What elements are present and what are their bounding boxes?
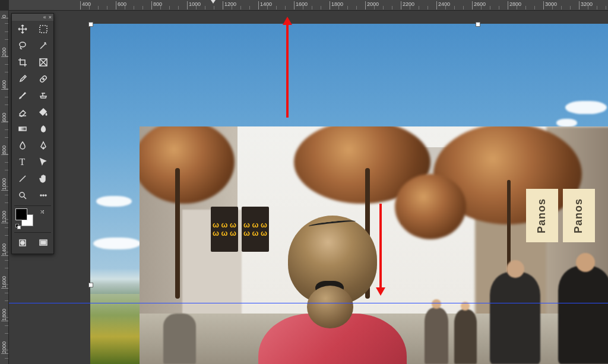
color-swatches[interactable]: ⤭ — [15, 208, 50, 230]
ruler-vertical[interactable]: 0200400600800100012001400160018002000 — [0, 11, 9, 364]
eraser-tool[interactable] — [12, 104, 33, 121]
canvas-area[interactable]: ω ω ω ω ω ω ω ω ω ω ω ω Panos Panos — [9, 11, 608, 364]
annotation-arrow-up — [283, 17, 292, 118]
ruler-tick: 2000 — [1, 340, 8, 354]
zoom-tool[interactable] — [12, 187, 33, 204]
svg-point-8 — [45, 195, 46, 196]
transform-tool[interactable] — [33, 54, 53, 71]
healing-tool[interactable] — [33, 71, 53, 87]
quickmask-tool[interactable] — [12, 235, 33, 251]
close-icon[interactable]: × — [49, 14, 52, 20]
trunk-shape — [175, 168, 180, 299]
ruler-tick: 2000 — [365, 1, 379, 10]
svg-point-5 — [20, 192, 24, 197]
pedestrian-shape — [425, 308, 448, 364]
line-tool[interactable] — [12, 170, 33, 187]
cloud-shape — [565, 101, 607, 114]
toolbox-header[interactable]: « × — [12, 14, 53, 21]
magic-wand-tool[interactable] — [33, 37, 53, 54]
eyedropper-tool[interactable] — [12, 71, 33, 87]
panos-banner: Panos — [526, 189, 558, 242]
ruler-tick: 3200 — [579, 1, 593, 10]
lasso-tool[interactable] — [12, 37, 33, 54]
ruler-tick: 2600 — [472, 1, 486, 10]
panos-banner: Panos — [563, 189, 595, 242]
ruler-horizontal[interactable]: 4006008001000120014001600180020002200240… — [9, 0, 608, 11]
selection-handle-ml[interactable] — [88, 283, 93, 287]
swap-colors-icon[interactable]: ⤭ — [40, 208, 45, 215]
path-select-tool[interactable] — [33, 154, 53, 170]
ruler-tick: 1800 — [1, 308, 8, 321]
pedestrian-shape — [490, 272, 540, 364]
ruler-tick: 1600 — [294, 1, 308, 10]
selection-handle-tr[interactable] — [476, 22, 480, 27]
pedestrian-shape — [558, 266, 608, 364]
annotation-arrow-down — [376, 204, 385, 296]
gradient-tool[interactable] — [12, 121, 33, 137]
ruler-tick: 2400 — [436, 1, 450, 10]
move-tool[interactable] — [12, 21, 33, 37]
cloud-shape — [556, 119, 577, 127]
ruler-tick: 0 — [1, 14, 8, 18]
ruler-tick: 3000 — [543, 1, 557, 10]
collapse-icon[interactable]: « — [43, 14, 46, 20]
svg-rect-0 — [40, 26, 47, 33]
clone-stamp-tool[interactable] — [33, 87, 53, 104]
fill-tool[interactable] — [33, 104, 53, 121]
svg-point-1 — [20, 42, 26, 47]
tool-grid: T — [12, 21, 53, 204]
svg-point-10 — [21, 241, 24, 245]
ruler-tick: 1400 — [1, 242, 8, 256]
svg-point-6 — [40, 195, 42, 196]
toolbox-panel[interactable]: « × T ⤭ — [11, 13, 54, 254]
cloud-shape — [93, 238, 141, 249]
ruler-tick: 1200 — [1, 210, 8, 223]
guide-line-horizontal[interactable] — [9, 303, 608, 303]
blur-tool[interactable] — [12, 137, 33, 154]
layer-foreground-street[interactable]: ω ω ω ω ω ω ω ω ω ω ω ω Panos Panos — [140, 126, 608, 364]
pen-tool[interactable] — [33, 137, 53, 154]
pedestrian-shape — [163, 314, 196, 364]
ruler-tick: 2800 — [508, 1, 521, 10]
ruler-tick: 1600 — [1, 275, 8, 289]
ruler-tick: 1400 — [258, 1, 272, 10]
selection-handle-tl[interactable] — [88, 22, 93, 27]
ruler-tick: 1000 — [187, 1, 201, 10]
screenmode-tool[interactable] — [33, 235, 53, 251]
hand-tool[interactable] — [33, 170, 53, 187]
ruler-tick: 2200 — [401, 1, 414, 10]
ruler-tick: 1200 — [223, 1, 236, 10]
brush-tool[interactable] — [12, 87, 33, 104]
pedestrian-shape — [454, 309, 477, 364]
text-tool[interactable]: T — [12, 154, 33, 170]
smudge-tool[interactable] — [33, 121, 53, 137]
grass-shape — [90, 294, 147, 364]
cloud-shape — [96, 196, 132, 207]
reset-colors-icon[interactable] — [15, 224, 21, 230]
ruler-playhead-icon — [211, 0, 216, 4]
rectangle-select-tool[interactable] — [33, 21, 53, 37]
horizon-shape — [90, 268, 147, 295]
foreground-color-swatch[interactable] — [15, 208, 27, 220]
crop-tool[interactable] — [12, 54, 33, 71]
svg-rect-4 — [19, 127, 26, 131]
person-foreground — [252, 216, 413, 364]
mcdonalds-banner: ω ω ω ω ω ω — [211, 207, 238, 252]
ruler-tick: 1800 — [330, 1, 343, 10]
options-tool[interactable] — [33, 187, 53, 204]
svg-rect-12 — [41, 241, 46, 244]
ruler-tick: 1000 — [1, 177, 8, 191]
svg-point-7 — [43, 195, 44, 196]
